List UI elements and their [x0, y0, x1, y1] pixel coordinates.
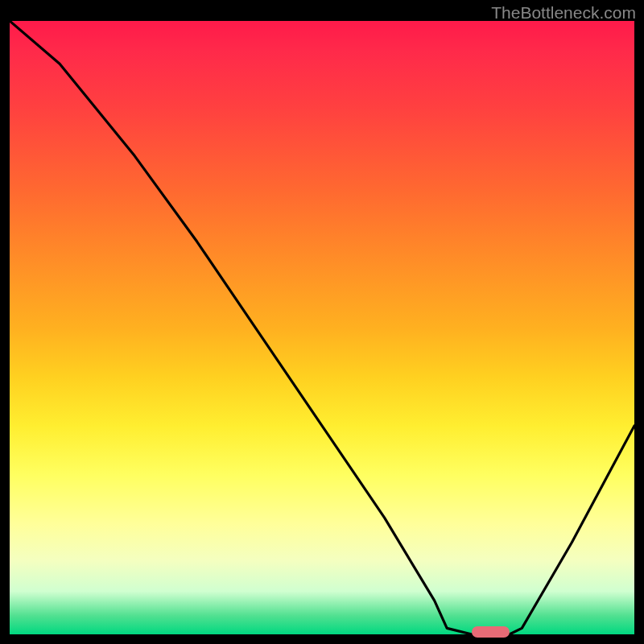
watermark-text: TheBottleneck.com: [491, 3, 636, 23]
chart-curve: [10, 21, 634, 634]
optimum-marker: [472, 626, 510, 638]
